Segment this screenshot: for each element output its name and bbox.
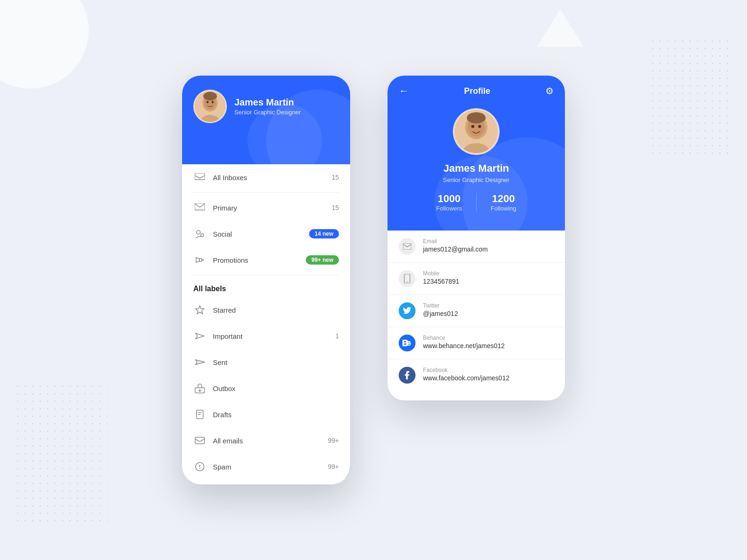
behance-contact-icon — [399, 335, 416, 351]
profile-header: ← Profile ⚙ James Martin Seni — [388, 76, 565, 231]
contact-mobile[interactable]: Mobile 1234567891 — [388, 263, 565, 295]
svg-point-33 — [407, 281, 408, 282]
mobile-contact-icon — [399, 270, 416, 287]
following-count: 1200 — [491, 193, 516, 205]
menu-item-social[interactable]: Social 14 new — [182, 221, 350, 247]
email-contact-icon — [399, 238, 416, 255]
behance-value: www.behance.net/james012 — [423, 342, 505, 350]
behance-label: Behance — [423, 335, 505, 341]
bg-dots-right — [649, 37, 733, 154]
twitter-value: @james012 — [423, 310, 458, 317]
menu-item-outbox[interactable]: Outbox — [182, 375, 350, 401]
svg-rect-11 — [199, 259, 202, 261]
all-labels-title: All labels — [182, 277, 350, 297]
email-value: james012@gmail.com — [423, 245, 488, 253]
promotions-label: Promotions — [213, 256, 306, 264]
profile-avatar-large — [453, 108, 500, 155]
svg-point-23 — [199, 468, 200, 469]
bg-circle-left — [0, 0, 89, 89]
email-icon — [193, 201, 206, 214]
menu-item-spam[interactable]: Spam 99+ — [182, 454, 350, 480]
bg-triangle — [537, 9, 584, 47]
phone-right: ← Profile ⚙ James Martin Seni — [388, 76, 565, 400]
phones-container: James Martin Senior Graphic Designer All… — [182, 76, 565, 484]
menu-item-drafts[interactable]: Drafts — [182, 401, 350, 427]
primary-label: Primary — [213, 204, 331, 212]
facebook-info: Facebook www.facebook.com/james012 — [423, 367, 509, 382]
profile-name-right: James Martin — [399, 162, 554, 175]
settings-button[interactable]: ⚙ — [545, 85, 554, 97]
promotions-icon — [193, 253, 206, 266]
all-inboxes-label: All Inboxes — [213, 174, 331, 182]
followers-label: Followers — [436, 205, 462, 212]
following-label: Following — [491, 205, 516, 212]
all-inboxes-count: 15 — [331, 174, 339, 181]
facebook-label: Facebook — [423, 367, 509, 373]
social-label: Social — [213, 230, 309, 238]
contact-behance[interactable]: Behance www.behance.net/james012 — [388, 327, 565, 359]
behance-info: Behance www.behance.net/james012 — [423, 335, 505, 350]
svg-point-9 — [197, 231, 200, 234]
contact-section: Email james012@gmail.com Mobile 12345678… — [388, 231, 565, 400]
email-label: Email — [423, 238, 488, 245]
left-phone-header: James Martin Senior Graphic Designer — [182, 76, 350, 164]
social-badge: 14 new — [309, 229, 339, 238]
menu-item-important[interactable]: Important 1 — [182, 323, 350, 349]
facebook-contact-icon — [399, 367, 416, 384]
svg-rect-31 — [403, 243, 411, 250]
contact-email[interactable]: Email james012@gmail.com — [388, 231, 565, 263]
svg-point-28 — [471, 125, 474, 128]
spam-icon — [193, 460, 206, 473]
profile-row: James Martin Senior Graphic Designer — [193, 90, 339, 123]
bg-dots-left — [14, 383, 107, 523]
sent-icon — [193, 356, 206, 369]
star-icon — [193, 303, 206, 316]
followers-stat: 1000 Followers — [422, 193, 477, 212]
stats-row: 1000 Followers 1200 Following — [399, 193, 554, 212]
back-button[interactable]: ← — [399, 85, 409, 97]
all-emails-icon — [193, 434, 206, 447]
svg-marker-14 — [196, 360, 205, 364]
svg-point-10 — [201, 234, 204, 237]
profile-name: James Martin — [234, 97, 301, 108]
starred-label: Starred — [213, 306, 339, 314]
menu-item-starred[interactable]: Starred — [182, 297, 350, 323]
primary-count: 15 — [331, 204, 339, 211]
menu-item-promotions[interactable]: Promotions 99+ new — [182, 247, 350, 273]
svg-point-29 — [478, 125, 481, 128]
profile-topbar: ← Profile ⚙ — [399, 85, 554, 97]
profile-info: James Martin Senior Graphic Designer — [234, 97, 301, 116]
svg-point-6 — [203, 92, 217, 100]
menu-item-all-inboxes[interactable]: All Inboxes 15 — [182, 164, 350, 190]
email-info: Email james012@gmail.com — [423, 238, 488, 253]
divider-2 — [193, 275, 339, 275]
important-count: 1 — [335, 332, 339, 340]
profile-role: Senior Graphic Designer — [234, 109, 301, 116]
drafts-label: Drafts — [213, 411, 339, 419]
profile-title: Profile — [464, 86, 490, 96]
svg-marker-13 — [196, 333, 204, 339]
spam-label: Spam — [213, 463, 328, 471]
outbox-label: Outbox — [213, 385, 339, 392]
outbox-icon — [193, 382, 206, 395]
menu-item-sent[interactable]: Sent — [182, 349, 350, 375]
phone-left: James Martin Senior Graphic Designer All… — [182, 76, 350, 484]
mobile-label: Mobile — [423, 270, 459, 277]
twitter-info: Twitter @james012 — [423, 302, 458, 317]
svg-rect-20 — [195, 437, 204, 444]
contact-twitter[interactable]: Twitter @james012 — [388, 295, 565, 327]
inbox-icon — [193, 171, 206, 184]
menu-item-primary[interactable]: Primary 15 — [182, 195, 350, 221]
mobile-value: 1234567891 — [423, 278, 459, 285]
svg-marker-12 — [196, 306, 204, 314]
contact-facebook[interactable]: Facebook www.facebook.com/james012 — [388, 359, 565, 391]
twitter-label: Twitter — [423, 302, 458, 309]
facebook-value: www.facebook.com/james012 — [423, 374, 509, 382]
menu-item-all-emails[interactable]: All emails 99+ — [182, 427, 350, 454]
important-icon — [193, 329, 206, 343]
svg-point-30 — [467, 112, 486, 124]
avatar — [193, 90, 227, 123]
all-emails-count: 99+ — [328, 437, 339, 444]
spam-count: 99+ — [328, 463, 339, 470]
following-stat: 1200 Following — [477, 193, 530, 212]
